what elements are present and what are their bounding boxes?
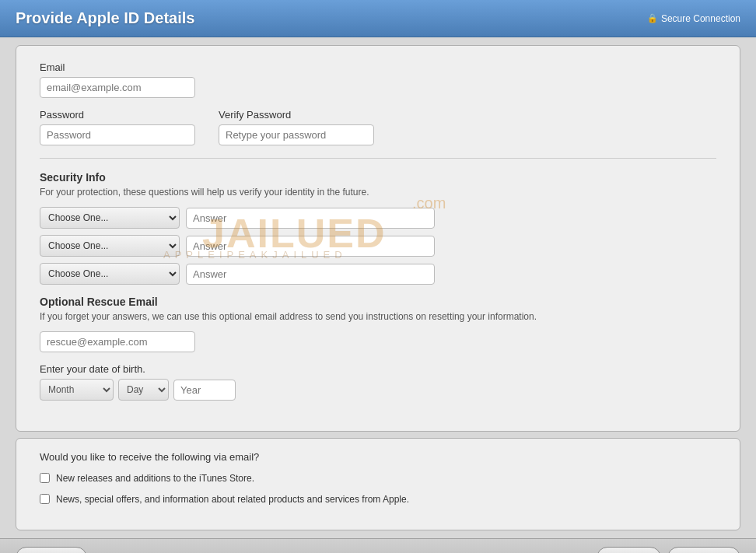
security-question-3[interactable]: Choose One... (40, 263, 180, 285)
security-info-section: Security Info For your protection, these… (40, 171, 716, 285)
dob-row: Month January February March April May J… (40, 379, 716, 401)
secure-label: Secure Connection (661, 13, 740, 24)
rescue-email-desc: If you forget your answers, we can use t… (40, 311, 716, 322)
security-question-2[interactable]: Choose One... (40, 235, 180, 257)
security-row-1: Choose One... (40, 207, 716, 229)
dob-section: Enter your date of birth. Month January … (40, 363, 716, 401)
email-field-group: Email (40, 61, 716, 98)
form-card: Email Password Verify Password Security … (16, 45, 740, 432)
checkbox-row-2: News, special offers, and information ab… (40, 493, 716, 506)
secure-connection: 🔒 Secure Connection (647, 13, 740, 24)
rescue-email-section: Optional Rescue Email If you forget your… (40, 296, 716, 352)
rescue-email-title: Optional Rescue Email (40, 296, 716, 308)
password-label: Password (40, 109, 195, 121)
verify-password-input[interactable] (219, 124, 374, 145)
verify-password-field-group: Verify Password (219, 109, 374, 145)
email-prefs-card: Would you like to receive the following … (16, 438, 740, 530)
password-input[interactable] (40, 124, 195, 145)
continue-button[interactable]: Continue (667, 547, 740, 553)
password-field-group: Password (40, 109, 195, 145)
security-info-desc: For your protection, these questions wil… (40, 187, 716, 198)
month-select[interactable]: Month January February March April May J… (40, 379, 114, 401)
security-question-1[interactable]: Choose One... (40, 207, 180, 229)
rescue-email-input[interactable] (40, 331, 195, 352)
year-input[interactable] (173, 380, 236, 401)
itunes-checkbox[interactable] (40, 473, 50, 483)
security-row-2: Choose One... (40, 235, 716, 257)
itunes-label: New releases and additions to the iTunes… (56, 472, 254, 485)
password-row: Password Verify Password (40, 109, 716, 145)
cancel-button[interactable]: Cancel (597, 547, 660, 553)
security-answer-2[interactable] (186, 236, 435, 257)
security-answer-3[interactable] (186, 264, 435, 285)
email-prefs-title: Would you like to receive the following … (40, 451, 716, 463)
go-back-button[interactable]: Go Back (16, 547, 87, 553)
page-header: Provide Apple ID Details 🔒 Secure Connec… (0, 0, 756, 37)
verify-password-label: Verify Password (219, 109, 374, 121)
right-buttons: Cancel Continue (597, 547, 740, 553)
email-input[interactable] (40, 77, 195, 98)
security-row-3: Choose One... (40, 263, 716, 285)
apple-news-label: News, special offers, and information ab… (56, 493, 409, 506)
divider (40, 158, 716, 159)
security-info-title: Security Info (40, 171, 716, 184)
lock-icon: 🔒 (647, 13, 658, 23)
main-content: Email Password Verify Password Security … (0, 37, 756, 538)
day-select[interactable]: Day (118, 379, 169, 401)
security-answer-1[interactable] (186, 208, 435, 229)
footer: Go Back Cancel Continue (0, 538, 756, 553)
email-label: Email (40, 61, 716, 73)
checkbox-row-1: New releases and additions to the iTunes… (40, 472, 716, 485)
dob-label: Enter your date of birth. (40, 363, 716, 375)
apple-news-checkbox[interactable] (40, 494, 50, 504)
page-title: Provide Apple ID Details (16, 9, 194, 27)
